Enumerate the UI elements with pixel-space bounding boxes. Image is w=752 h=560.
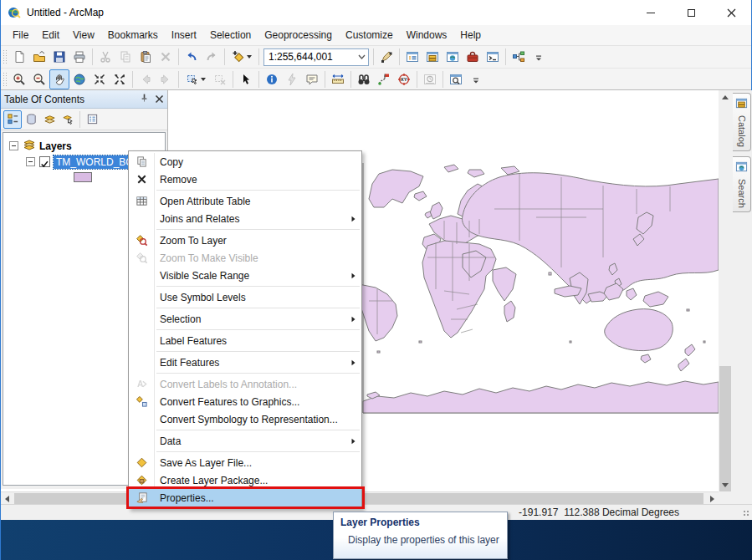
close-button[interactable] <box>711 0 751 25</box>
resize-grip[interactable] <box>743 510 750 517</box>
scroll-left-arrow[interactable] <box>1 492 13 505</box>
time-slider-button[interactable] <box>420 69 440 89</box>
search-window-button[interactable] <box>443 47 463 67</box>
back-extent-button[interactable] <box>136 69 156 89</box>
menu-separator <box>156 373 360 374</box>
menu-file[interactable]: File <box>6 26 35 44</box>
fixed-zoom-out-button[interactable] <box>110 69 130 89</box>
context-menu-item-remove[interactable]: Remove <box>129 171 361 188</box>
list-by-selection-button[interactable] <box>59 110 77 129</box>
python-window-button[interactable] <box>483 47 503 67</box>
fixed-zoom-in-button[interactable] <box>90 69 110 89</box>
context-menu-item-convert-symbology-to-representation[interactable]: Convert Symbology to Representation... <box>129 410 361 428</box>
menu-insert[interactable]: Insert <box>165 26 203 44</box>
toc-titlebar[interactable]: Table Of Contents <box>1 90 167 109</box>
context-menu-item-create-layer-package[interactable]: Create Layer Package... <box>129 471 361 489</box>
modelbuilder-button[interactable] <box>509 47 529 67</box>
zoom-in-button[interactable] <box>9 69 29 89</box>
chevron-down-icon[interactable] <box>355 49 368 65</box>
new-document-button[interactable] <box>9 47 29 67</box>
select-features-button[interactable] <box>182 69 210 89</box>
paste-button[interactable] <box>136 47 156 67</box>
context-menu-item-copy[interactable]: Copy <box>129 153 361 171</box>
context-menu-item-open-attribute-table[interactable]: Open Attribute Table <box>129 192 361 210</box>
context-menu-item-label-features[interactable]: Label Features <box>129 332 361 349</box>
go-to-xy-button[interactable]: XY <box>394 69 414 89</box>
menu-geoprocessing[interactable]: Geoprocessing <box>258 26 339 44</box>
scale-combobox[interactable]: 1:255,644,001 <box>263 48 369 66</box>
context-menu-item-use-symbol-levels[interactable]: Use Symbol Levels <box>129 288 361 306</box>
menu-edit[interactable]: Edit <box>35 26 66 44</box>
map-vertical-scrollbar[interactable] <box>719 90 732 491</box>
editor-toolbar-button[interactable] <box>376 47 396 67</box>
layer-checkbox[interactable] <box>39 156 50 167</box>
list-by-visibility-button[interactable] <box>40 110 59 129</box>
undo-button[interactable] <box>182 47 202 67</box>
menu-selection[interactable]: Selection <box>203 26 258 44</box>
context-menu-item-edit-features[interactable]: Edit Features <box>129 354 361 371</box>
menu-bookmarks[interactable]: Bookmarks <box>101 26 165 44</box>
toc-window-button[interactable] <box>402 47 422 67</box>
dropdown-caret-icon[interactable] <box>201 78 206 81</box>
html-popup-button[interactable] <box>302 69 322 89</box>
arctoolbox-button[interactable] <box>463 47 483 67</box>
toolbar-options-chevron[interactable] <box>529 47 549 67</box>
find-button[interactable] <box>354 69 374 89</box>
zoom-out-button[interactable] <box>29 69 49 89</box>
hyperlink-button[interactable] <box>282 69 302 89</box>
toolbar-options-chevron[interactable] <box>466 69 486 89</box>
menu-windows[interactable]: Windows <box>400 26 454 44</box>
print-button[interactable] <box>69 47 90 67</box>
delete-button[interactable] <box>156 47 176 67</box>
tab-catalog[interactable]: Catalog <box>733 93 751 151</box>
menu-customize[interactable]: Customize <box>339 26 400 44</box>
context-menu-item-save-as-layer-file[interactable]: Save As Layer File... <box>129 454 361 471</box>
layer-symbol-swatch[interactable] <box>74 172 92 182</box>
clear-selection-button[interactable] <box>210 69 230 89</box>
context-menu-item-visible-scale-range[interactable]: Visible Scale Range <box>129 267 361 284</box>
forward-extent-button[interactable] <box>156 69 176 89</box>
menu-help[interactable]: Help <box>453 26 488 44</box>
tab-search[interactable]: Search <box>733 156 751 212</box>
scroll-up-arrow[interactable] <box>719 90 732 104</box>
identify-button[interactable] <box>262 69 282 89</box>
select-elements-button[interactable] <box>236 69 256 89</box>
context-menu-item-selection[interactable]: Selection <box>129 310 361 328</box>
context-menu-item-properties[interactable]: Properties... <box>129 489 361 507</box>
catalog-window-button[interactable] <box>422 47 443 67</box>
add-data-button[interactable] <box>228 47 256 67</box>
scroll-right-arrow[interactable] <box>706 492 719 505</box>
toc-close-icon[interactable] <box>155 92 164 107</box>
copy-button[interactable] <box>115 47 136 67</box>
toolbar-grip[interactable] <box>3 49 7 64</box>
measure-button[interactable] <box>328 69 348 89</box>
open-button[interactable] <box>29 47 49 67</box>
save-button[interactable] <box>49 47 69 67</box>
collapse-icon[interactable] <box>26 157 35 166</box>
list-by-source-button[interactable] <box>22 110 40 129</box>
redo-button[interactable] <box>202 47 222 67</box>
cut-button[interactable] <box>95 47 115 67</box>
context-menu-item-data[interactable]: Data <box>129 432 361 450</box>
menu-view[interactable]: View <box>66 26 101 44</box>
pan-button[interactable] <box>49 69 69 89</box>
dropdown-caret-icon[interactable] <box>247 55 252 59</box>
toc-options-button[interactable] <box>83 110 101 129</box>
context-menu-item-joins-and-relates[interactable]: Joins and Relates <box>129 210 361 227</box>
list-by-drawing-order-button[interactable] <box>3 110 22 129</box>
full-extent-button[interactable] <box>69 69 90 89</box>
minimize-button[interactable] <box>631 0 671 25</box>
scroll-down-arrow[interactable] <box>719 478 732 491</box>
tooltip-title: Layer Properties <box>340 517 500 528</box>
arcmap-app-icon <box>8 6 21 19</box>
maximize-button[interactable] <box>671 0 711 25</box>
arcmap-window: Untitled - ArcMap FileEditViewBookmarksI… <box>0 0 752 560</box>
viewer-window-button[interactable] <box>446 69 466 89</box>
toolbar-separator <box>373 48 374 65</box>
find-route-button[interactable] <box>374 69 394 89</box>
pin-icon[interactable] <box>139 92 150 107</box>
toolbar-grip[interactable] <box>3 72 7 87</box>
context-menu-item-convert-features-to-graphics[interactable]: Convert Features to Graphics... <box>129 393 361 410</box>
collapse-icon[interactable] <box>9 141 18 150</box>
context-menu-item-zoom-to-layer[interactable]: Zoom To Layer <box>129 232 361 249</box>
